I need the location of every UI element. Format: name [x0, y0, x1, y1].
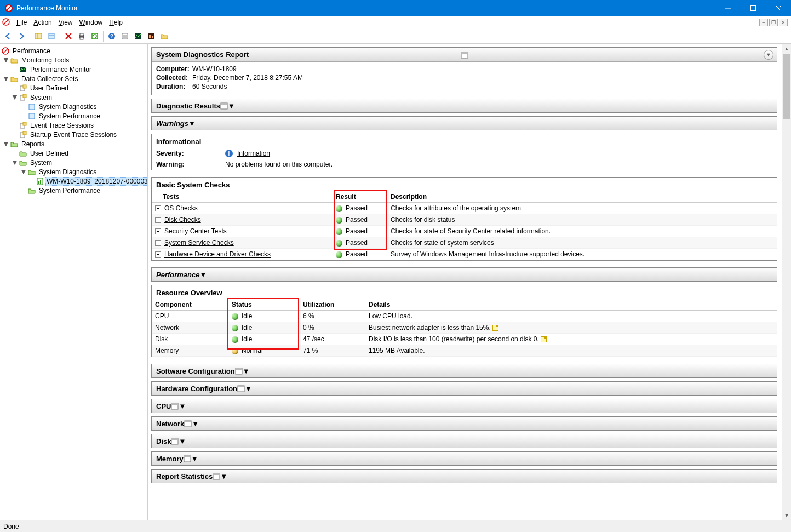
tree-dcs-user-defined[interactable]: User Defined [1, 83, 146, 93]
tree-reports-system-performance[interactable]: System Performance [1, 186, 146, 195]
svg-rect-61 [213, 473, 220, 475]
tree-performance-monitor[interactable]: Performance Monitor [1, 65, 146, 74]
mdi-restore[interactable]: ❐ [769, 19, 778, 26]
test-link[interactable]: Disk Checks [164, 216, 201, 224]
col-status: Status [232, 301, 252, 308]
svg-rect-35 [29, 104, 35, 110]
menu-action[interactable]: Action [30, 18, 55, 27]
expand-icon[interactable]: + [155, 240, 161, 246]
utilization-value: 71 % [300, 345, 365, 357]
chevron-down-icon[interactable]: ⯆ [20, 169, 27, 175]
severity-link[interactable]: Information [237, 150, 270, 157]
show-hide-tree-button[interactable] [32, 30, 44, 42]
app-icon [4, 4, 13, 13]
tree-reports[interactable]: ⯆ Reports [1, 139, 146, 148]
collapsed-section-header[interactable]: Memory▼ [151, 451, 777, 466]
tree-startup-event-trace-sessions[interactable]: Startup Event Trace Sessions [1, 130, 146, 139]
table-row: +Disk ChecksPassedChecks for disk status [152, 214, 777, 226]
delete-button[interactable] [62, 30, 74, 42]
forward-button[interactable] [15, 30, 27, 42]
collapse-button[interactable]: ▼ [179, 437, 186, 445]
tree-dcs-system[interactable]: ⯆ System [1, 93, 146, 102]
chevron-down-icon[interactable]: ⯆ [11, 94, 19, 100]
help-button[interactable]: ? [106, 30, 118, 42]
chevron-down-icon[interactable]: ⯆ [2, 76, 10, 82]
collapse-button[interactable]: ▼ [188, 119, 196, 128]
desc-value: Checks for disk status [387, 214, 777, 226]
reports-folder-icon [27, 186, 36, 195]
collapse-button[interactable]: ▼ [220, 472, 227, 480]
collapsed-section-header[interactable]: Software Configuration▼ [151, 364, 777, 378]
tree-monitoring-tools[interactable]: ⯆ Monitoring Tools [1, 55, 146, 65]
folder-icon [10, 56, 19, 65]
refresh-button[interactable] [89, 30, 101, 42]
collapse-button[interactable]: ▼ [764, 50, 773, 60]
folder-view-button[interactable] [158, 30, 170, 42]
maximize-button[interactable] [741, 0, 766, 16]
properties-button[interactable] [45, 30, 58, 42]
view-report-button[interactable] [119, 30, 131, 42]
test-link[interactable]: System Service Checks [164, 239, 234, 247]
close-button[interactable] [766, 0, 791, 16]
collapsed-section-header[interactable]: Network▼ [151, 416, 777, 431]
scroll-thumb[interactable] [783, 54, 790, 119]
window-title: Performance Monitor [16, 4, 715, 12]
menu-file[interactable]: File [13, 18, 30, 27]
collapsed-section-header[interactable]: Disk▼ [151, 434, 777, 448]
tree-data-collector-sets[interactable]: ⯆ Data Collector Sets [1, 74, 146, 83]
collapse-button[interactable]: ▼ [199, 271, 207, 279]
menu-help[interactable]: Help [106, 18, 126, 27]
print-button[interactable] [76, 30, 88, 42]
test-link[interactable]: Security Center Tests [164, 227, 227, 235]
back-button[interactable] [2, 30, 14, 42]
menu-window[interactable]: Window [76, 18, 106, 27]
collapse-button[interactable]: ▼ [191, 455, 198, 463]
scroll-down-arrow[interactable]: ▼ [782, 511, 791, 520]
collapsed-section-header[interactable]: CPU▼ [151, 399, 777, 413]
test-link[interactable]: Hardware Device and Driver Checks [164, 250, 271, 258]
details-value: Low CPU load. [365, 311, 777, 322]
diagnostic-results-header[interactable]: Diagnostic Results ▼ [151, 99, 777, 113]
desc-value: Checks for state of system services [387, 237, 777, 249]
collapse-button[interactable]: ▼ [179, 402, 186, 410]
expand-icon[interactable]: + [155, 251, 161, 258]
navigation-tree[interactable]: Performance ⯆ Monitoring Tools Performan… [0, 44, 148, 520]
tree-root[interactable]: Performance [1, 46, 146, 55]
tree-dcs-system-performance[interactable]: System Performance [1, 111, 146, 121]
collapse-button[interactable]: ▼ [243, 367, 250, 375]
expand-icon[interactable]: + [155, 205, 161, 211]
tree-reports-system-diagnostics[interactable]: ⯆ System Diagnostics [1, 167, 146, 176]
tree-reports-user-defined[interactable]: User Defined [1, 148, 146, 158]
basic-checks-header: Basic System Checks [151, 177, 777, 191]
collapse-button[interactable]: ▼ [192, 420, 199, 428]
report-view-button[interactable] [145, 30, 157, 42]
perfmon-view-button[interactable] [132, 30, 144, 42]
test-link[interactable]: OS Checks [164, 204, 198, 212]
collapse-button[interactable]: ▼ [228, 102, 235, 110]
mdi-minimize[interactable]: – [759, 19, 768, 26]
table-row: +Security Center TestsPassedChecks for s… [152, 226, 777, 237]
collapse-button[interactable]: ▼ [245, 385, 252, 393]
chevron-down-icon[interactable]: ⯆ [2, 57, 10, 63]
tree-dcs-system-diagnostics[interactable]: System Diagnostics [1, 102, 146, 111]
warnings-header[interactable]: Warnings ▼ [151, 116, 777, 130]
tree-reports-system[interactable]: ⯆ System [1, 158, 146, 167]
chevron-down-icon[interactable]: ⯆ [11, 159, 19, 165]
menu-view[interactable]: View [55, 18, 76, 27]
expand-icon[interactable]: + [155, 228, 161, 234]
panel-header[interactable]: System Diagnostics Report ▼ [152, 48, 777, 62]
chevron-down-icon[interactable]: ⯆ [2, 141, 10, 147]
vertical-scrollbar[interactable]: ▲ ▼ [782, 44, 791, 520]
collapsed-section-header[interactable]: Report Statistics▼ [151, 469, 777, 483]
reports-folder-icon [19, 158, 27, 167]
performance-header[interactable]: Performance ▼ [151, 267, 777, 282]
svg-rect-26 [149, 35, 151, 38]
scroll-up-arrow[interactable]: ▲ [782, 44, 791, 53]
tree-event-trace-sessions[interactable]: Event Trace Sessions [1, 121, 146, 130]
svg-rect-51 [238, 386, 244, 387]
collapsed-section-header[interactable]: Hardware Configuration▼ [151, 381, 777, 396]
mdi-close[interactable]: × [779, 19, 788, 26]
minimize-button[interactable] [715, 0, 741, 16]
expand-icon[interactable]: + [155, 217, 161, 223]
tree-report-instance[interactable]: WM-W10-1809_20181207-000003 [1, 176, 146, 186]
